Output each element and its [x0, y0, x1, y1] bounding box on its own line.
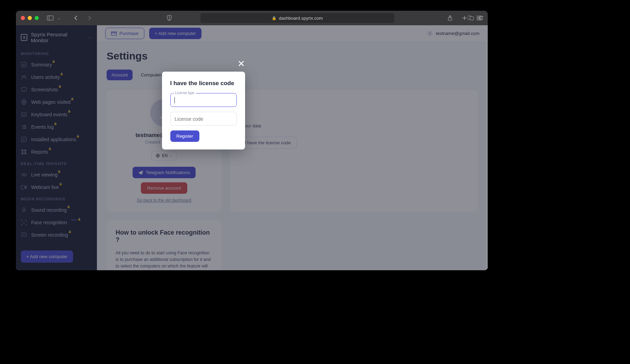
license-type-input[interactable] [170, 93, 237, 107]
traffic-lights [21, 16, 39, 20]
browser-toolbar: ⌄ 🔒 dashboard.spyrix.com [16, 11, 488, 25]
license-code-input[interactable] [170, 112, 237, 126]
svg-rect-0 [47, 16, 53, 20]
nav-forward-button[interactable] [86, 14, 93, 22]
license-code-field [170, 112, 237, 126]
url-bar[interactable]: 🔒 dashboard.spyrix.com [200, 13, 394, 23]
reload-icon[interactable] [479, 16, 484, 20]
nav-back-button[interactable] [72, 14, 80, 22]
modal-close-button[interactable]: ✕ [236, 58, 246, 69]
text-cursor [174, 97, 175, 103]
translate-icon[interactable] [468, 16, 474, 20]
window-maximize-button[interactable] [35, 16, 39, 20]
chevron-down-icon: ⌄ [55, 14, 63, 22]
license-type-field: License type [170, 93, 237, 107]
license-modal: ✕ I have the license code License type R… [162, 72, 245, 149]
modal-overlay[interactable] [16, 25, 488, 270]
window-close-button[interactable] [21, 16, 25, 20]
lock-icon: 🔒 [272, 16, 277, 20]
browser-sidebar-toggle[interactable]: ⌄ [46, 14, 63, 22]
new-tab-icon[interactable] [461, 14, 468, 22]
license-type-label: License type [174, 91, 196, 95]
sidebar-icon [46, 14, 54, 22]
url-text: dashboard.spyrix.com [279, 16, 323, 21]
svg-rect-4 [470, 17, 474, 20]
window-minimize-button[interactable] [28, 16, 32, 20]
shield-icon[interactable] [165, 14, 173, 22]
app-root: S Spyrix Personal Monitor ← MONITORING S… [16, 25, 488, 270]
browser-window: ⌄ 🔒 dashboard.spyrix.com S [16, 11, 488, 270]
share-icon[interactable] [446, 14, 454, 22]
modal-title: I have the license code [170, 80, 237, 87]
register-button[interactable]: Register [170, 130, 199, 142]
